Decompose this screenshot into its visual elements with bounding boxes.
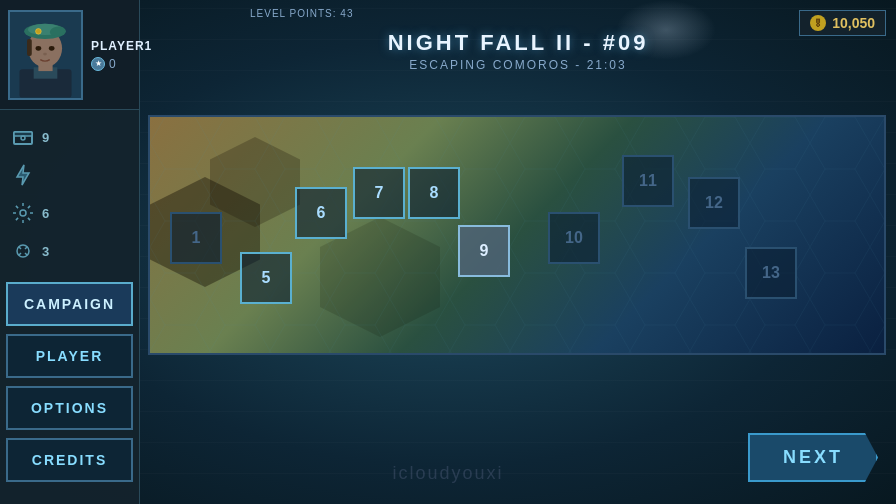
svg-line-21 xyxy=(25,247,27,249)
stat-value-4: 3 xyxy=(42,244,49,259)
mission-title: NIGHT FALL II - #09 xyxy=(140,30,896,56)
rank-star-icon: ★ xyxy=(91,57,105,71)
campaign-button[interactable]: CAMPAIGN xyxy=(6,282,133,326)
stat-row-1: 9 xyxy=(0,118,139,156)
stat-row-4: 3 xyxy=(0,232,139,270)
rank-value: 0 xyxy=(109,57,116,71)
map-node-11[interactable]: 11 xyxy=(622,155,674,207)
map-node-7[interactable]: 7 xyxy=(353,167,405,219)
stat-row-2 xyxy=(0,156,139,194)
stat-value-3: 6 xyxy=(42,206,49,221)
cog-icon xyxy=(8,198,38,228)
svg-rect-8 xyxy=(27,38,32,55)
map-node-1[interactable]: 1 xyxy=(170,212,222,264)
svg-point-11 xyxy=(43,52,47,55)
svg-marker-16 xyxy=(17,165,29,185)
svg-point-15 xyxy=(21,136,25,140)
currency-amount: 10,050 xyxy=(832,15,875,31)
credits-button[interactable]: CREDITS xyxy=(6,438,133,482)
node-label-1: 1 xyxy=(192,229,201,247)
node-label-7: 7 xyxy=(375,184,384,202)
coin-icon: 🎖 xyxy=(810,15,826,31)
map-node-9[interactable]: 9 xyxy=(458,225,510,277)
stat-row-3: 6 xyxy=(0,194,139,232)
node-label-12: 12 xyxy=(705,194,723,212)
map-container: 1 5 6 7 8 9 10 11 12 xyxy=(148,115,886,355)
map-node-5[interactable]: 5 xyxy=(240,252,292,304)
chest-icon xyxy=(8,122,38,152)
svg-line-20 xyxy=(25,253,27,255)
node-label-11: 11 xyxy=(639,172,657,190)
map-nodes: 1 5 6 7 8 9 10 11 12 xyxy=(150,117,884,353)
options-button[interactable]: OPTIONS xyxy=(6,386,133,430)
map-node-8[interactable]: 8 xyxy=(408,167,460,219)
svg-line-19 xyxy=(19,247,21,249)
node-label-6: 6 xyxy=(317,204,326,222)
map-node-13[interactable]: 13 xyxy=(745,247,797,299)
player-header: PLAYER1 ★ 0 xyxy=(0,0,139,110)
lightning-icon xyxy=(8,160,38,190)
svg-point-17 xyxy=(20,210,26,216)
map-node-6[interactable]: 6 xyxy=(295,187,347,239)
player-button[interactable]: PLAYER xyxy=(6,334,133,378)
svg-point-10 xyxy=(49,46,55,51)
level-points: LEVEL POINTS: 43 xyxy=(250,8,353,19)
node-label-8: 8 xyxy=(430,184,439,202)
next-button[interactable]: NEXT xyxy=(748,433,878,482)
node-label-9: 9 xyxy=(480,242,489,260)
svg-point-12 xyxy=(36,28,42,34)
map-node-10[interactable]: 10 xyxy=(548,212,600,264)
player-avatar xyxy=(8,10,83,100)
cross-target-icon xyxy=(8,236,38,266)
svg-point-18 xyxy=(17,245,29,257)
nav-buttons: CAMPAIGN PLAYER OPTIONS CREDITS xyxy=(0,278,139,504)
mission-title-area: NIGHT FALL II - #09 ESCAPING COMOROS - 2… xyxy=(140,30,896,72)
svg-point-9 xyxy=(36,46,42,51)
node-label-13: 13 xyxy=(762,264,780,282)
map-node-12[interactable]: 12 xyxy=(688,177,740,229)
svg-line-22 xyxy=(19,253,21,255)
mission-subtitle: ESCAPING COMOROS - 21:03 xyxy=(140,58,896,72)
sidebar: PLAYER1 ★ 0 9 xyxy=(0,0,140,504)
node-label-5: 5 xyxy=(262,269,271,287)
node-label-10: 10 xyxy=(565,229,583,247)
stat-value-1: 9 xyxy=(42,130,49,145)
sidebar-stats: 9 6 xyxy=(0,110,139,278)
